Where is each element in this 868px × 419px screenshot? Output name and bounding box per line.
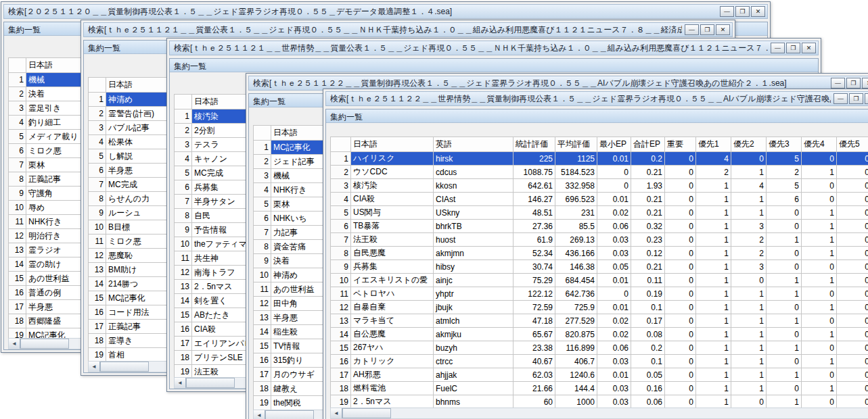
cell[interactable]: 2 (696, 166, 731, 179)
cell[interactable]: 1 (696, 247, 731, 260)
cell[interactable]: カトリック (351, 355, 434, 368)
row-number[interactable]: 9 (254, 254, 271, 268)
row-number[interactable]: 9 (9, 187, 26, 201)
cell[interactable]: 0.21 (631, 260, 665, 274)
cell[interactable]: 0.17 (631, 314, 665, 328)
cell[interactable]: 核汚染 (351, 179, 434, 193)
cell[interactable]: 1 (802, 382, 837, 395)
table-row[interactable]: 7法王殺huost61.9269.130.030.23012110 (331, 233, 868, 247)
cell[interactable]: 52.34 (513, 247, 555, 260)
cell[interactable]: 自暴自棄 (351, 301, 434, 314)
close-button[interactable]: ✕ (862, 78, 868, 89)
row-number[interactable]: 8 (175, 209, 192, 223)
cell[interactable]: 1 (731, 382, 767, 395)
cell[interactable]: 1 (731, 368, 767, 382)
cell[interactable]: 0 (802, 193, 837, 206)
cell[interactable]: 1 (731, 301, 767, 314)
row-number[interactable]: 19 (89, 348, 106, 362)
cell[interactable]: 0 (837, 206, 868, 220)
cell[interactable]: AH邪悪 (351, 368, 434, 382)
cell[interactable]: 1 (731, 328, 767, 341)
row-number[interactable]: 9 (89, 206, 106, 220)
cell[interactable]: 684.454 (555, 274, 597, 287)
cell[interactable]: TB暴落 (351, 220, 434, 233)
cell[interactable]: 2．5nマス (351, 395, 434, 409)
cell[interactable]: 0.03 (597, 355, 631, 368)
cell[interactable]: 2 (731, 247, 767, 260)
cell[interactable]: 122.12 (513, 287, 555, 301)
cell[interactable]: 146.38 (555, 260, 597, 274)
cell[interactable]: 0.2 (631, 152, 665, 166)
cell[interactable]: huost (434, 233, 513, 247)
cell[interactable]: 1 (802, 355, 837, 368)
cell[interactable]: 0 (665, 382, 696, 395)
minimize-button[interactable]: — (833, 93, 848, 104)
cell[interactable]: 4 (696, 152, 731, 166)
cell[interactable]: CIAst (434, 193, 513, 206)
table-row[interactable]: 192．5nマスbhnms6010000.030.06010100 (331, 395, 868, 409)
cell[interactable]: 0 (665, 287, 696, 301)
cell[interactable]: 0.01 (597, 274, 631, 287)
cell[interactable]: 47.18 (513, 314, 555, 328)
cell[interactable]: 1 (731, 206, 767, 220)
cell[interactable]: 0 (802, 368, 837, 382)
cell[interactable]: 0 (802, 395, 837, 409)
row-number[interactable]: 1 (331, 152, 351, 166)
cell[interactable]: 0 (665, 179, 696, 193)
cell[interactable]: 0 (767, 328, 802, 341)
cell[interactable]: 4 (731, 179, 767, 193)
cell[interactable]: 0 (665, 301, 696, 314)
maximize-button[interactable]: ❐ (700, 24, 714, 35)
cell[interactable]: 1 (696, 179, 731, 193)
column-header[interactable]: 合計EP (631, 137, 665, 152)
cell[interactable]: ペトロヤハ (351, 287, 434, 301)
row-number[interactable]: 5 (254, 197, 271, 212)
row-number[interactable]: 5 (175, 166, 192, 180)
cell[interactable]: 0 (837, 247, 868, 260)
cell[interactable]: 1 (731, 193, 767, 206)
cell[interactable]: 0.05 (597, 260, 631, 274)
row-number[interactable]: 17 (331, 368, 351, 382)
cell[interactable]: 0 (767, 206, 802, 220)
row-number[interactable]: 10 (254, 268, 271, 282)
minimize-button[interactable]: — (831, 78, 845, 89)
row-number[interactable]: 18 (175, 351, 192, 365)
cell[interactable]: 自民悪魔 (351, 247, 434, 260)
table-row[interactable]: 2ウソCDCcdcus1088.755184.52300.21021210 (331, 166, 868, 179)
cell[interactable]: 1 (731, 287, 767, 301)
cell[interactable]: 1 (767, 233, 802, 247)
cell[interactable]: 0 (837, 220, 868, 233)
minimize-button[interactable]: — (720, 6, 734, 17)
cell[interactable]: 1 (802, 220, 837, 233)
table-row[interactable]: 12自暴自棄jbujk72.59725.90.010.1011010 (331, 301, 868, 314)
cell[interactable]: buzyh (434, 341, 513, 355)
titlebar[interactable]: 検索[ｔｈｅ２５１１２１＿＿質量公表１．５＿＿ジェド再現０．５５＿＿ＮＨＫ千葉持… (83, 22, 733, 37)
cell[interactable]: 0 (837, 368, 868, 382)
cell[interactable]: hibsy (434, 260, 513, 274)
cell[interactable]: 1 (696, 341, 731, 355)
cell[interactable]: 146.27 (513, 193, 555, 206)
cell[interactable]: cdcus (434, 166, 513, 179)
cell[interactable]: 0.01 (597, 152, 631, 166)
cell[interactable]: 267ヤハ (351, 341, 434, 355)
cell[interactable]: atmlch (434, 314, 513, 328)
cell[interactable]: hirsk (434, 152, 513, 166)
cell[interactable]: 2 (731, 233, 767, 247)
cell[interactable]: 3 (731, 220, 767, 233)
cell[interactable]: 1 (802, 301, 837, 314)
row-number[interactable]: 7 (331, 233, 351, 247)
cell[interactable]: 0.01 (597, 368, 631, 382)
titlebar[interactable]: 検索[ｔｈｅ２５１１２２＿＿世界情勢＿＿質量制御再現公表１．５＿＿ジェド霊界ラジ… (325, 91, 868, 106)
cell[interactable]: 0.02 (597, 314, 631, 328)
row-number[interactable]: 1 (9, 73, 26, 87)
scroll-left-arrow-icon[interactable]: ◄ (175, 378, 186, 388)
cell[interactable]: 0.01 (597, 193, 631, 206)
cell[interactable]: 1 (767, 274, 802, 287)
maximize-button[interactable]: ❐ (846, 78, 861, 89)
cell[interactable]: 0.19 (631, 287, 665, 301)
cell[interactable]: イエスキリストの愛 (351, 274, 434, 287)
cell[interactable]: ahjjak (434, 368, 513, 382)
cell[interactable]: 75.29 (513, 274, 555, 287)
cell[interactable]: 0 (665, 193, 696, 206)
cell[interactable]: 0.01 (597, 301, 631, 314)
